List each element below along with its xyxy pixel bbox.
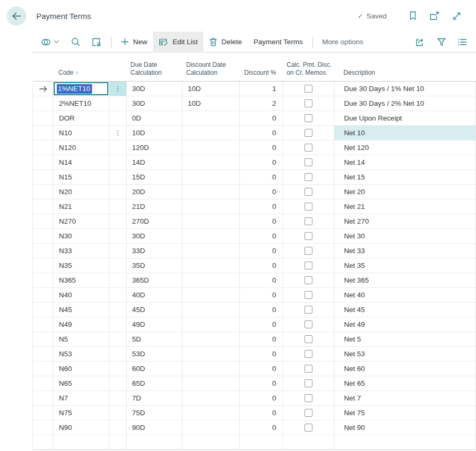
discount-pct-cell[interactable]: 0 [240, 244, 283, 258]
row-options-cell[interactable] [109, 229, 127, 243]
table-row[interactable]: N30 30D 0 Net 30 [33, 229, 475, 244]
discount-date-calculation-cell[interactable] [183, 258, 240, 273]
calc-pmt-disc-checkbox[interactable] [305, 276, 312, 284]
calc-pmt-disc-checkbox[interactable] [305, 203, 312, 211]
table-row[interactable]: N15 15D 0 Net 15 [33, 170, 475, 185]
row-selector-cell[interactable] [33, 391, 53, 405]
calc-pmt-disc-cell[interactable] [283, 420, 335, 435]
discount-date-calculation-cell[interactable] [183, 170, 240, 184]
discount-date-calculation-cell[interactable] [183, 362, 240, 376]
calc-pmt-disc-checkbox[interactable] [305, 335, 312, 343]
due-date-calculation-cell[interactable]: 45D [127, 303, 183, 317]
row-selector-cell[interactable] [33, 229, 53, 243]
row-selector-cell[interactable] [33, 362, 53, 376]
discount-pct-cell[interactable]: 0 [240, 362, 283, 376]
table-row[interactable]: N75 75D 0 Net 75 [33, 406, 475, 420]
row-options-cell[interactable] [109, 141, 127, 155]
row-options-cell[interactable] [109, 347, 127, 361]
calc-pmt-disc-checkbox[interactable] [305, 85, 312, 93]
calc-pmt-disc-cell[interactable] [283, 96, 335, 111]
due-date-calculation-cell[interactable]: 0D [127, 111, 183, 125]
calc-pmt-disc-checkbox[interactable] [305, 144, 312, 152]
discount-date-calculation-cell[interactable] [183, 214, 240, 228]
code-cell[interactable]: N45 [53, 303, 109, 317]
row-options-cell[interactable] [109, 214, 127, 228]
discount-pct-cell[interactable]: 0 [240, 376, 283, 390]
back-button[interactable] [7, 6, 26, 26]
row-selector-cell[interactable] [33, 317, 53, 332]
discount-date-calculation-cell[interactable] [183, 317, 240, 332]
row-options-cell[interactable] [109, 258, 127, 273]
calc-pmt-disc-cell[interactable] [283, 82, 335, 96]
row-options-cell[interactable] [109, 406, 127, 420]
calc-pmt-disc-cell[interactable] [283, 111, 335, 125]
description-cell[interactable]: Net 270 [335, 214, 475, 228]
calc-pmt-disc-cell[interactable] [283, 332, 335, 346]
row-options-cell[interactable] [109, 376, 127, 390]
row-selector-cell[interactable] [33, 288, 53, 302]
code-cell[interactable]: N21 [53, 199, 109, 214]
discount-date-calculation-cell[interactable] [183, 229, 240, 243]
description-cell[interactable]: Net 53 [335, 347, 475, 361]
calc-pmt-disc-checkbox[interactable] [305, 247, 312, 255]
column-header-code[interactable]: Code [53, 69, 109, 81]
calc-pmt-disc-checkbox[interactable] [305, 306, 312, 314]
description-cell[interactable]: Net 35 [335, 258, 475, 273]
due-date-calculation-cell[interactable]: 30D [127, 96, 183, 111]
calc-pmt-disc-cell[interactable] [283, 303, 335, 317]
calc-pmt-disc-checkbox[interactable] [305, 114, 312, 122]
calc-pmt-disc-cell[interactable] [283, 347, 335, 361]
calc-pmt-disc-checkbox[interactable] [305, 365, 312, 373]
due-date-calculation-cell[interactable]: 65D [127, 376, 183, 390]
calc-pmt-disc-checkbox[interactable] [305, 350, 312, 358]
row-options-cell[interactable] [109, 126, 127, 140]
due-date-calculation-cell[interactable]: 120D [127, 141, 183, 155]
row-options-cell[interactable] [109, 111, 127, 125]
table-row[interactable]: N49 49D 0 Net 49 [33, 317, 475, 332]
discount-pct-cell[interactable]: 0 [240, 258, 283, 273]
row-selector-cell[interactable] [33, 141, 53, 155]
row-selector-cell[interactable] [33, 96, 53, 111]
discount-date-calculation-cell[interactable] [183, 111, 240, 125]
calc-pmt-disc-checkbox[interactable] [305, 262, 312, 269]
calc-pmt-disc-checkbox[interactable] [305, 173, 312, 181]
code-cell[interactable]: DOR [53, 111, 109, 125]
payment-terms-menu-button[interactable]: Payment Terms [248, 32, 309, 53]
code-cell[interactable]: 1%NET10 [53, 82, 109, 96]
row-options-cell[interactable] [109, 273, 127, 287]
discount-date-calculation-cell[interactable] [183, 199, 240, 214]
search-button[interactable] [65, 32, 86, 53]
discount-pct-cell[interactable]: 0 [240, 155, 283, 169]
row-options-cell[interactable] [109, 317, 127, 332]
discount-pct-cell[interactable]: 0 [240, 347, 283, 361]
discount-pct-cell[interactable]: 1 [240, 82, 283, 96]
table-row[interactable]: 1%NET10 30D 10D 1 Due 30 Days / 1% Net 1… [33, 82, 475, 96]
code-cell[interactable]: N15 [53, 170, 109, 184]
column-header-description[interactable]: Description [334, 69, 476, 81]
ellipsis-icon[interactable] [115, 129, 121, 136]
column-header-due-date-calculation[interactable]: Due Date Calculation [126, 61, 182, 81]
calc-pmt-disc-cell[interactable] [283, 288, 335, 302]
row-options-cell[interactable] [109, 244, 127, 258]
row-selector-cell[interactable] [33, 214, 53, 228]
discount-pct-cell[interactable]: 0 [240, 420, 283, 435]
table-row[interactable]: N270 270D 0 Net 270 [33, 214, 475, 229]
row-selector-cell[interactable] [33, 155, 53, 169]
table-row[interactable]: DOR 0D 0 Due Upon Receipt [33, 111, 475, 126]
discount-pct-cell[interactable]: 0 [240, 406, 283, 420]
discount-pct-cell[interactable]: 0 [240, 273, 283, 287]
due-date-calculation-cell[interactable]: 20D [127, 185, 183, 199]
code-cell[interactable]: N60 [53, 362, 109, 376]
table-row[interactable]: N365 365D 0 Net 365 [33, 273, 475, 288]
calc-pmt-disc-cell[interactable] [283, 273, 335, 287]
calc-pmt-disc-cell[interactable] [283, 170, 335, 184]
table-row[interactable]: N65 65D 0 Net 65 [33, 376, 475, 391]
code-cell[interactable]: 2%NET10 [53, 96, 109, 111]
table-row[interactable]: N10 10D 0 Net 10 [33, 126, 475, 141]
discount-date-calculation-cell[interactable] [183, 391, 240, 405]
code-cell[interactable]: N35 [53, 258, 109, 273]
row-options-cell[interactable] [109, 420, 127, 435]
table-row[interactable]: 2%NET10 30D 10D 2 Due 30 Days / 2% Net 1… [33, 96, 475, 111]
table-row[interactable]: N33 33D 0 Net 33 [33, 244, 475, 258]
row-selector-cell[interactable] [33, 376, 53, 390]
